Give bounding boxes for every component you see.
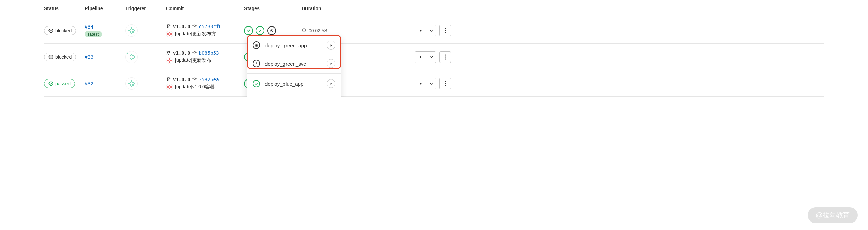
table-header: Status Pipeline Triggerer Commit Stages …	[44, 0, 824, 17]
play-button[interactable]	[327, 79, 335, 88]
svg-line-103	[255, 46, 256, 46]
col-pipeline: Pipeline	[85, 6, 125, 11]
svg-rect-81	[131, 86, 132, 87]
stopwatch-icon	[302, 28, 307, 33]
svg-rect-50	[131, 54, 132, 55]
job-item[interactable]: deploy_green_svc	[247, 54, 341, 73]
run-button-group	[415, 78, 436, 89]
svg-rect-54	[130, 55, 131, 56]
svg-point-74	[445, 54, 446, 55]
run-button[interactable]	[415, 78, 427, 89]
svg-line-111	[257, 64, 257, 65]
svg-line-48	[49, 58, 50, 58]
svg-point-93	[445, 81, 446, 82]
job-item[interactable]: deploy_green_app	[247, 36, 341, 54]
gear-icon	[253, 41, 260, 49]
more-menu[interactable]	[439, 51, 451, 63]
svg-line-30	[271, 29, 271, 30]
run-button[interactable]	[415, 25, 427, 36]
svg-point-41	[50, 56, 52, 58]
svg-line-31	[272, 31, 273, 32]
stage-icon[interactable]	[256, 26, 264, 35]
svg-rect-78	[131, 80, 132, 82]
commit-message[interactable]: [update]更新发布	[175, 57, 211, 64]
branch-name[interactable]: v1.0.0	[173, 50, 190, 56]
status-badge[interactable]: passed	[44, 79, 75, 88]
run-dropdown[interactable]	[427, 78, 436, 89]
svg-point-95	[445, 85, 446, 86]
branch-icon	[166, 23, 171, 29]
branch-name[interactable]: v1.0.0	[173, 24, 190, 29]
col-duration: Duration	[302, 6, 397, 11]
svg-rect-21	[169, 32, 170, 33]
svg-rect-84	[130, 84, 131, 86]
svg-line-46	[49, 55, 50, 56]
branch-name[interactable]: v1.0.0	[173, 77, 190, 82]
more-menu[interactable]	[439, 78, 451, 89]
svg-rect-12	[134, 30, 135, 31]
branch-icon	[166, 50, 171, 56]
avatar[interactable]	[166, 31, 173, 37]
svg-rect-56	[130, 58, 131, 59]
svg-point-38	[445, 30, 446, 31]
run-button[interactable]	[415, 52, 427, 63]
commit-message[interactable]: [update]v1.0.0容器	[175, 84, 215, 90]
svg-line-102	[257, 46, 257, 46]
status-label: blocked	[55, 54, 72, 60]
job-item[interactable]: deploy_blue_svc	[247, 93, 341, 97]
svg-rect-13	[131, 33, 132, 34]
stage-icon[interactable]	[267, 26, 276, 35]
stages	[244, 26, 276, 35]
avatar[interactable]	[125, 24, 138, 37]
avatar[interactable]	[166, 57, 173, 64]
svg-point-25	[271, 30, 272, 31]
duration-text: 00:02:58	[309, 28, 327, 33]
svg-rect-62	[167, 60, 169, 61]
commit-hash[interactable]: 35826ea	[199, 77, 219, 82]
svg-rect-14	[130, 29, 131, 30]
svg-rect-53	[131, 59, 132, 60]
svg-point-76	[445, 58, 446, 59]
gear-icon	[253, 60, 260, 67]
commit-hash[interactable]: b085b53	[199, 50, 219, 56]
svg-line-101	[255, 44, 256, 45]
col-stages: Stages	[244, 6, 302, 11]
commit-message[interactable]: [update]更新发布方…	[175, 31, 221, 37]
svg-point-18	[194, 25, 195, 26]
latest-badge: latest	[85, 31, 102, 37]
svg-line-113	[257, 63, 257, 63]
svg-point-58	[194, 51, 195, 53]
avatar[interactable]	[125, 51, 138, 63]
check-icon	[48, 81, 53, 86]
svg-rect-92	[169, 88, 170, 89]
pipeline-link[interactable]: #32	[85, 81, 93, 86]
svg-line-6	[49, 29, 50, 29]
svg-rect-85	[132, 84, 134, 86]
status-badge[interactable]: blocked	[44, 53, 76, 61]
check-icon	[253, 80, 260, 87]
more-menu[interactable]	[439, 25, 451, 36]
svg-rect-63	[170, 60, 172, 61]
svg-point-86	[194, 78, 195, 79]
pipeline-link[interactable]: #33	[85, 54, 93, 60]
job-label: deploy_green_app	[265, 42, 322, 48]
avatar[interactable]	[125, 77, 138, 90]
stage-icon[interactable]	[244, 26, 253, 35]
svg-point-75	[445, 56, 446, 57]
svg-line-33	[272, 29, 273, 30]
job-item[interactable]: deploy_blue_app	[247, 74, 341, 93]
svg-point-96	[256, 45, 257, 46]
run-dropdown[interactable]	[427, 25, 436, 36]
svg-rect-79	[128, 83, 130, 84]
table-row: blocked #34 latest v1.0.0 c5730cf6	[44, 17, 824, 43]
pipeline-link[interactable]: #34	[85, 24, 93, 30]
run-dropdown[interactable]	[427, 52, 436, 63]
status-badge[interactable]: blocked	[44, 26, 76, 35]
stage-jobs-popover: deploy_green_app deploy_green_svc deploy…	[247, 36, 341, 97]
commit-hash[interactable]: c5730cf6	[199, 24, 222, 29]
pipelines-table: Status Pipeline Triggerer Commit Stages …	[44, 0, 824, 97]
svg-line-112	[255, 64, 256, 65]
avatar[interactable]	[166, 84, 173, 90]
play-button[interactable]	[327, 59, 335, 68]
play-button[interactable]	[327, 41, 335, 50]
